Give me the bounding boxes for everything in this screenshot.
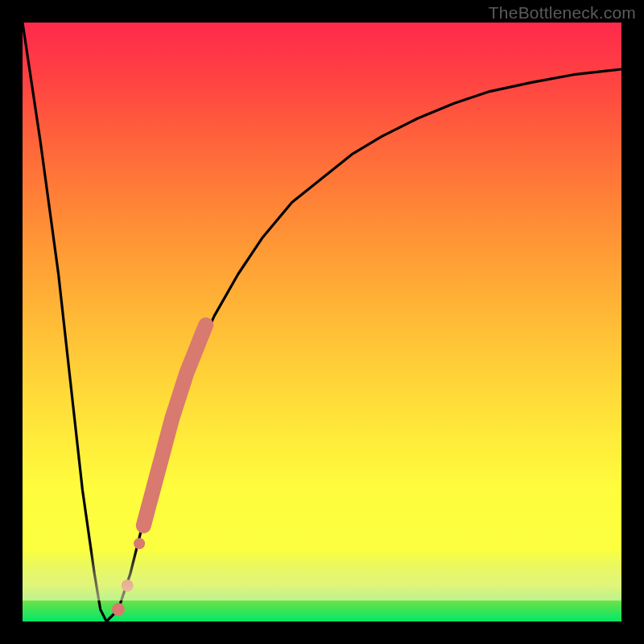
chart-frame: TheBottleneck.com [0,0,644,644]
highlight-dot [134,538,145,549]
highlight-dot [112,603,125,616]
bottleneck-curve [23,23,621,621]
plot-area [23,23,621,621]
highlight-dots [112,325,206,616]
watermark-text: TheBottleneck.com [489,3,636,23]
highlight-segment [143,325,205,526]
curve-layer [23,23,621,621]
highlight-dot [122,580,134,592]
